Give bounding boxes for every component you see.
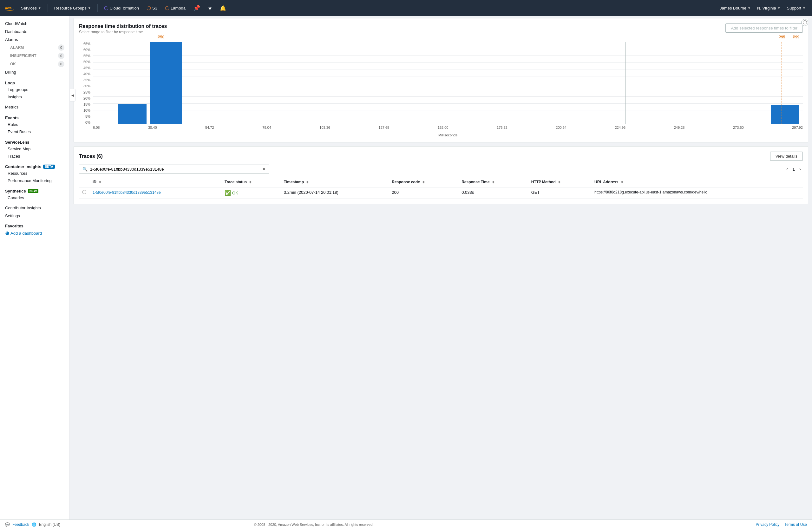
p50-line: P50 bbox=[161, 42, 161, 124]
sidebar-section-cloudwatch: CloudWatch Dashboards Alarms ALARM 0 INS… bbox=[0, 18, 70, 77]
chart-title: Response time distribution of traces bbox=[79, 24, 167, 29]
sidebar-section-container-insights: Container Insights BETA Resources Perfor… bbox=[0, 161, 70, 186]
sidebar-section-metrics: Metrics bbox=[0, 102, 70, 112]
sidebar-item-insights[interactable]: Insights bbox=[0, 93, 70, 101]
resource-groups-chevron: ▼ bbox=[88, 6, 91, 10]
sidebar-item-dashboards[interactable]: Dashboards bbox=[0, 28, 70, 35]
sidebar-item-canaries[interactable]: Canaries bbox=[0, 194, 70, 201]
sidebar-collapse-button[interactable]: ◀ bbox=[70, 89, 75, 102]
services-chevron: ▼ bbox=[38, 6, 41, 10]
th-http-method[interactable]: HTTP Method ⬍ bbox=[528, 177, 591, 187]
search-bar[interactable]: 🔍 ✕ bbox=[79, 165, 269, 174]
row-id-cell: 1-5f0e00fe-81ffbb84330d1339e513148e bbox=[89, 187, 221, 199]
synthetics-badge: NEW bbox=[28, 189, 38, 193]
sidebar-item-cloudwatch[interactable]: CloudWatch bbox=[0, 20, 70, 28]
x-axis-title: Milliseconds bbox=[93, 133, 803, 137]
th-response-code[interactable]: Response code ⬍ bbox=[389, 177, 458, 187]
sort-icon-timestamp: ⬍ bbox=[306, 180, 309, 184]
nav-divider-1 bbox=[47, 4, 48, 12]
prev-page-button[interactable]: ‹ bbox=[784, 165, 790, 173]
sidebar-header-synthetics[interactable]: Synthetics NEW bbox=[0, 187, 70, 194]
sidebar-header-logs[interactable]: Logs bbox=[0, 79, 70, 86]
pinned-icon-1[interactable]: 📌 bbox=[191, 3, 203, 13]
alarm-row-insufficient: INSUFFICIENT 0 bbox=[0, 52, 70, 60]
histogram-bar-3 bbox=[771, 105, 799, 124]
sidebar-section-servicelens: ServiceLens Service Map Traces bbox=[0, 137, 70, 161]
aws-logo[interactable]: aws bbox=[4, 2, 16, 14]
sidebar-item-contributor-insights[interactable]: Contributor Insights bbox=[0, 204, 70, 208]
lambda-nav[interactable]: ⬡ Lambda bbox=[162, 4, 188, 12]
sort-icon-response-code: ⬍ bbox=[422, 180, 425, 184]
sidebar-header-container-insights[interactable]: Container Insights BETA bbox=[0, 162, 70, 170]
row-response-code-cell: 200 bbox=[389, 187, 458, 199]
support-menu[interactable]: Support ▼ bbox=[784, 4, 808, 12]
search-icon: 🔍 bbox=[83, 167, 88, 172]
th-url-address[interactable]: URL Address ⬍ bbox=[591, 177, 803, 187]
row-radio-cell[interactable] bbox=[79, 187, 89, 199]
user-menu[interactable]: James Bourne ▼ bbox=[717, 4, 753, 12]
sidebar-section-logs: Logs Log groups Insights bbox=[0, 77, 70, 102]
search-clear-icon[interactable]: ✕ bbox=[262, 166, 266, 172]
th-trace-status[interactable]: Trace status ⬍ bbox=[221, 177, 281, 187]
sidebar-item-alarms[interactable]: Alarms bbox=[0, 35, 70, 43]
sidebar-item-traces[interactable]: Traces bbox=[0, 152, 70, 160]
th-id[interactable]: ID ⬍ bbox=[89, 177, 221, 187]
p95-line: P95 bbox=[782, 42, 782, 124]
nav-divider-2 bbox=[97, 4, 98, 12]
y-axis-labels: 65% 60% 55% 50% 45% 40% 35% 30% 25% 20% … bbox=[79, 42, 92, 124]
svg-text:aws: aws bbox=[5, 6, 11, 10]
p99-label: P99 bbox=[793, 35, 799, 39]
sidebar-item-performance-monitoring[interactable]: Performance Monitoring bbox=[0, 177, 70, 184]
sidebar: CloudWatch Dashboards Alarms ALARM 0 INS… bbox=[0, 16, 70, 208]
sidebar-item-rules[interactable]: Rules bbox=[0, 121, 70, 128]
sidebar-item-metrics[interactable]: Metrics bbox=[0, 103, 70, 111]
chart-header: Response time distribution of traces Sel… bbox=[79, 24, 803, 34]
th-response-time[interactable]: Response Time ⬍ bbox=[458, 177, 528, 187]
sidebar-header-events[interactable]: Events bbox=[0, 114, 70, 121]
sidebar-item-billing[interactable]: Billing bbox=[0, 68, 70, 76]
view-details-button[interactable]: View details bbox=[770, 151, 803, 161]
row-radio[interactable] bbox=[82, 190, 86, 194]
services-menu[interactable]: Services ▼ bbox=[18, 4, 44, 12]
sidebar-header-servicelens[interactable]: ServiceLens bbox=[0, 138, 70, 145]
user-chevron: ▼ bbox=[748, 6, 751, 10]
histogram-bar-2 bbox=[150, 42, 182, 124]
th-select bbox=[79, 177, 89, 187]
sidebar-section-contributor-insights: Contributor Insights Settings bbox=[0, 203, 70, 208]
status-ok: ✅ OK bbox=[224, 190, 277, 196]
container-insights-badge: BETA bbox=[43, 165, 55, 169]
pagination: ‹ 1 › bbox=[784, 165, 803, 173]
cloudformation-nav[interactable]: ⬡ CloudFormation bbox=[102, 4, 142, 12]
next-page-button[interactable]: › bbox=[797, 165, 803, 173]
traces-table: ID ⬍ Trace status ⬍ Timestamp ⬍ Response… bbox=[79, 177, 803, 199]
histogram-chart-area[interactable]: P50 P95 P99 bbox=[93, 42, 803, 124]
cloudformation-icon: ⬡ bbox=[104, 5, 108, 11]
bars-wrapper: P50 P95 P99 bbox=[93, 42, 803, 124]
sort-icon-http-method: ⬍ bbox=[558, 180, 561, 184]
star-nav[interactable]: ★ bbox=[205, 4, 215, 12]
region-menu[interactable]: N. Virginia ▼ bbox=[755, 4, 783, 12]
histogram-container: 65% 60% 55% 50% 45% 40% 35% 30% 25% 20% … bbox=[79, 42, 803, 137]
search-input[interactable] bbox=[90, 167, 259, 172]
s3-icon: ⬡ bbox=[147, 5, 151, 11]
sort-icon-response-time: ⬍ bbox=[492, 180, 494, 184]
resource-groups-menu[interactable]: Resource Groups ▼ bbox=[52, 4, 93, 12]
main-content: 70ms Response time distribution of trace… bbox=[70, 4, 812, 204]
sidebar-item-event-buses[interactable]: Event Buses bbox=[0, 128, 70, 135]
s3-nav[interactable]: ⬡ S3 bbox=[144, 4, 160, 12]
bell-nav[interactable]: 🔔 bbox=[217, 4, 229, 12]
trace-id-link[interactable]: 1-5f0e00fe-81ffbb84330d1339e513148e bbox=[92, 190, 161, 195]
row-timestamp-cell: 3.2min (2020-07-14 20:01:18) bbox=[281, 187, 389, 199]
top-navigation: aws Services ▼ Resource Groups ▼ ⬡ Cloud… bbox=[0, 0, 812, 16]
info-icon[interactable]: ⓘ bbox=[801, 19, 808, 26]
add-filter-button[interactable]: Add selected response times to filter bbox=[725, 24, 803, 33]
bell-icon: 🔔 bbox=[220, 5, 226, 11]
th-timestamp[interactable]: Timestamp ⬍ bbox=[281, 177, 389, 187]
chart-panel: Response time distribution of traces Sel… bbox=[74, 18, 808, 143]
sidebar-item-log-groups[interactable]: Log groups bbox=[0, 86, 70, 93]
p95-label: P95 bbox=[778, 35, 785, 39]
sidebar-item-resources[interactable]: Resources bbox=[0, 170, 70, 177]
sort-icon-status: ⬍ bbox=[249, 180, 251, 184]
sidebar-item-service-map[interactable]: Service Map bbox=[0, 145, 70, 152]
histogram-bar-1 bbox=[118, 104, 146, 124]
